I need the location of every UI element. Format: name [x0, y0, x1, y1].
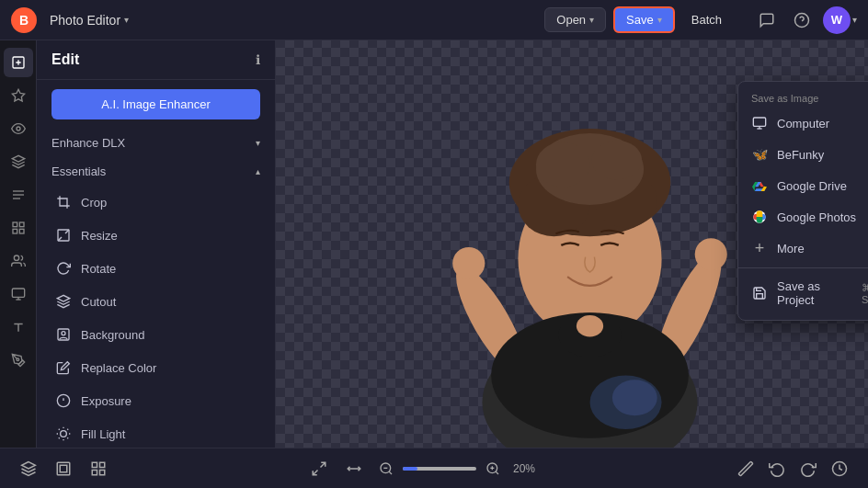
zoom-in-button[interactable] [482, 458, 504, 480]
menu-item-computer[interactable]: Computer ⌘ S [738, 108, 868, 139]
menu-item-more-label: More [777, 242, 805, 255]
svg-line-30 [67, 437, 68, 438]
rotate-icon [55, 260, 72, 277]
menu-item-save-project[interactable]: Save as Project ⌘ ⇧ S [738, 272, 868, 314]
svg-line-69 [321, 462, 326, 467]
fit-to-screen-button[interactable] [305, 455, 333, 482]
svg-point-50 [452, 247, 485, 279]
essentials-label: Essentials [51, 165, 106, 178]
tool-rotate[interactable]: Rotate [37, 252, 275, 285]
layers-button[interactable] [15, 455, 42, 482]
svg-rect-11 [13, 229, 17, 233]
enhance-dlx-arrow: ▾ [256, 138, 260, 148]
svg-marker-5 [12, 155, 24, 162]
tool-replace-color[interactable]: Replace Color [37, 351, 275, 384]
background-icon [55, 326, 72, 343]
essentials-section[interactable]: Essentials ▴ [37, 157, 275, 186]
zoom-percentage: 20% [509, 462, 539, 475]
menu-item-google-photos[interactable]: Google Photos [738, 201, 868, 233]
svg-line-76 [496, 471, 498, 474]
google-photos-icon [751, 209, 768, 225]
open-button[interactable]: Open ▾ [544, 7, 606, 32]
undo-button[interactable] [763, 455, 791, 482]
cutout-icon [55, 293, 72, 310]
svg-point-4 [17, 127, 20, 131]
tool-cutout-label: Cutout [81, 295, 116, 309]
tool-rotate-label: Rotate [81, 262, 116, 276]
exposure-icon [55, 392, 72, 409]
svg-point-13 [14, 255, 18, 260]
fit-width-button[interactable] [340, 455, 368, 482]
svg-line-70 [313, 470, 317, 474]
svg-line-33 [59, 437, 60, 438]
svg-point-57 [612, 380, 657, 415]
tool-fill-light-label: Fill Light [81, 427, 125, 441]
menu-divider [738, 267, 868, 268]
resize-icon [55, 227, 72, 244]
svg-point-52 [695, 238, 727, 270]
tool-exposure[interactable]: Exposure [37, 384, 275, 417]
replace-color-icon [55, 359, 72, 376]
tool-replace-color-label: Replace Color [81, 361, 156, 375]
bottom-center-controls: 20% [305, 455, 539, 482]
svg-rect-64 [60, 465, 67, 472]
nav-view-icon[interactable] [4, 114, 33, 143]
save-button[interactable]: Save ▾ [613, 6, 675, 33]
nav-type-icon[interactable] [4, 312, 33, 342]
nav-people-icon[interactable] [4, 246, 33, 276]
edit-sidebar: Edit ℹ A.I. Image Enhancer Enhance DLX ▾… [37, 40, 276, 448]
nav-edit-icon[interactable] [4, 48, 33, 77]
svg-line-34 [67, 429, 68, 430]
user-menu-button[interactable]: W ▾ [823, 6, 857, 34]
ai-enhancer-button[interactable]: A.I. Image Enhancer [51, 89, 260, 119]
tool-crop[interactable]: Crop [37, 186, 275, 219]
help-icon-button[interactable] [788, 6, 816, 34]
menu-item-google-drive-label: Google Drive [777, 179, 847, 193]
edit-header: Edit ℹ [37, 40, 275, 80]
main-content: Edit ℹ A.I. Image Enhancer Enhance DLX ▾… [0, 40, 868, 448]
svg-marker-62 [22, 461, 36, 469]
history-button[interactable] [826, 455, 853, 482]
magic-button[interactable] [732, 455, 760, 482]
chat-icon-button[interactable] [753, 6, 781, 34]
tool-resize-label: Resize [81, 229, 118, 243]
menu-item-befunky[interactable]: 🦋 BeFunky [738, 139, 868, 170]
menu-item-more[interactable]: + More ▶ [738, 233, 868, 264]
svg-point-22 [62, 332, 65, 335]
svg-point-48 [591, 141, 642, 180]
save-dropdown-menu: Save as Image Computer ⌘ S 🦋 BeFunky Goo… [737, 81, 868, 321]
info-icon[interactable]: ℹ [256, 52, 260, 67]
zoom-slider[interactable] [403, 467, 476, 471]
batch-button[interactable]: Batch [682, 8, 731, 31]
tool-fill-light[interactable]: Fill Light [37, 417, 275, 448]
sidebar-nav [0, 40, 37, 448]
google-drive-icon [751, 177, 768, 194]
svg-rect-63 [57, 462, 70, 475]
nav-template-icon[interactable] [4, 279, 33, 309]
nav-text-icon[interactable] [4, 180, 33, 210]
tool-background[interactable]: Background [37, 318, 275, 351]
edit-title: Edit [51, 51, 79, 68]
nav-effects-icon[interactable] [4, 81, 33, 110]
svg-rect-66 [100, 462, 105, 467]
svg-rect-9 [13, 222, 17, 227]
tool-resize[interactable]: Resize [37, 219, 275, 252]
zoom-out-button[interactable] [375, 458, 397, 480]
grid-button[interactable] [85, 455, 112, 482]
nav-brush-icon[interactable] [4, 346, 33, 375]
save-project-icon [751, 285, 768, 301]
nav-grid-icon[interactable] [4, 213, 33, 243]
enhance-dlx-section[interactable]: Enhance DLX ▾ [37, 129, 275, 157]
essentials-arrow: ▴ [256, 166, 260, 176]
svg-line-29 [59, 429, 60, 430]
menu-item-google-drive[interactable]: Google Drive [738, 170, 868, 201]
user-chevron: ▾ [852, 15, 857, 25]
frame-button[interactable] [50, 455, 77, 482]
app-title-button[interactable]: Photo Editor ▾ [44, 9, 134, 31]
tool-cutout[interactable]: Cutout [37, 285, 275, 318]
nav-layers-icon[interactable] [4, 147, 33, 176]
more-icon: + [751, 240, 768, 256]
tool-list: Crop Resize Rotate Cutout [37, 186, 275, 448]
redo-button[interactable] [794, 455, 822, 482]
svg-line-73 [389, 471, 392, 474]
